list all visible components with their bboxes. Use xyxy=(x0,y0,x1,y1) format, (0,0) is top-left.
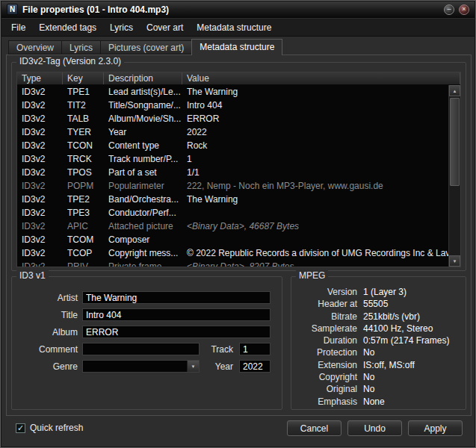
quick-refresh-checkbox[interactable]: ✓ xyxy=(16,423,25,433)
id3v1-groupbox: ID3 v1 Artist Title Album Comment Track xyxy=(11,276,282,410)
mpeg-label: Original xyxy=(291,383,363,395)
album-row: Album xyxy=(12,326,282,338)
id3v1-group-title: ID3 v1 xyxy=(16,270,49,281)
cell-type: ID3v2 xyxy=(17,233,63,246)
column-header-key[interactable]: Key xyxy=(63,72,104,84)
scrollbar-thumb[interactable] xyxy=(450,98,460,186)
genre-input[interactable] xyxy=(82,360,200,373)
cell-description: Band/Orchestra... xyxy=(104,193,182,206)
title-bar[interactable]: N File properties (01 - Intro 404.mp3) –… xyxy=(1,1,475,18)
mpeg-row-protection: ProtectionNo xyxy=(291,346,466,358)
scrollbar-track[interactable] xyxy=(449,96,460,255)
cell-value: <Binary Data>, 8207 Bytes xyxy=(182,260,460,267)
scroll-up-icon[interactable]: ▲ xyxy=(449,85,460,96)
cell-type: ID3v2 xyxy=(17,125,63,139)
undo-button[interactable]: Undo xyxy=(347,420,402,436)
mpeg-groupbox: MPEG Version1 (Layer 3)Header at55505Bit… xyxy=(291,276,466,410)
table-row-tit2[interactable]: ID3v2TIT2Title/Songname/...Intro 404 xyxy=(17,99,460,112)
cell-description: Track number/P... xyxy=(104,152,182,166)
album-input[interactable] xyxy=(82,326,271,338)
track-input[interactable] xyxy=(239,343,271,355)
genre-label: Genre xyxy=(12,361,82,372)
cell-value: © 2022 Republic Records a division of UM… xyxy=(182,246,460,260)
dropdown-arrow-icon[interactable]: ▼ xyxy=(187,361,199,372)
cancel-button[interactable]: Cancel xyxy=(287,420,341,436)
window-title: File properties (01 - Intro 404.mp3) xyxy=(22,4,439,15)
table-row-talb[interactable]: ID3v2TALBAlbum/Movie/Sh...ERROR xyxy=(17,112,460,125)
table-row-popm[interactable]: ID3v2POPMPopularimeter222, Nemp - Noch e… xyxy=(17,179,460,193)
cell-value: Rock xyxy=(182,139,460,152)
file-properties-window: N File properties (01 - Intro 404.mp3) –… xyxy=(0,0,476,448)
cell-key: TCOP xyxy=(63,246,104,260)
tab-overview[interactable]: Overview xyxy=(8,40,61,55)
cell-value: The Warning xyxy=(182,85,460,99)
cell-key: TIT2 xyxy=(63,99,104,112)
mpeg-group-title: MPEG xyxy=(296,270,328,281)
check-icon: ✓ xyxy=(17,424,24,432)
mpeg-info-list: Version1 (Layer 3)Header at55505Bitrate2… xyxy=(291,286,466,408)
table-row-tcop[interactable]: ID3v2TCOPCopyright mess...© 2022 Republi… xyxy=(17,246,460,260)
mpeg-value: 55505 xyxy=(363,298,466,310)
column-header-type[interactable]: Type xyxy=(17,72,63,84)
menu-item-lyrics[interactable]: Lyrics xyxy=(103,19,140,36)
cell-value: The Warning xyxy=(182,193,460,206)
cell-key: TRCK xyxy=(63,152,104,166)
cell-type: ID3v2 xyxy=(17,220,63,233)
cell-description: Year xyxy=(104,125,182,139)
mpeg-label: Samplerate xyxy=(291,323,363,335)
table-row-tpe3[interactable]: ID3v2TPE3Conductor/Perf... xyxy=(17,206,460,220)
menu-item-metadata-structure[interactable]: Metadata structure xyxy=(190,19,278,36)
table-row-tyer[interactable]: ID3v2TYERYear2022 xyxy=(17,125,460,139)
comment-input[interactable] xyxy=(82,343,200,355)
minimize-button[interactable]: – xyxy=(444,4,454,15)
column-header-value[interactable]: Value xyxy=(182,72,460,84)
mpeg-row-header-at: Header at55505 xyxy=(291,298,466,310)
mpeg-label: Header at xyxy=(291,298,363,310)
close-button[interactable]: × xyxy=(459,4,469,15)
cell-value: 1/1 xyxy=(182,166,460,179)
column-header-description[interactable]: Description xyxy=(104,72,182,84)
tab-metadata-structure[interactable]: Metadata structure xyxy=(191,39,282,55)
table-row-trck[interactable]: ID3v2TRCKTrack number/P...1 xyxy=(17,152,460,166)
tab-lyrics[interactable]: Lyrics xyxy=(61,40,100,55)
mpeg-value: 44100 Hz, Stereo xyxy=(363,323,466,335)
mpeg-row-extension: ExtensionIS:off, MS:off xyxy=(291,359,466,371)
cell-value xyxy=(182,233,460,246)
artist-row: Artist xyxy=(12,291,282,304)
genre-row: Genre ▼ Year xyxy=(12,360,282,373)
artist-input[interactable] xyxy=(82,291,271,304)
table-row-tcom[interactable]: ID3v2TCOMComposer xyxy=(17,233,460,246)
menu-item-extended-tags[interactable]: Extended tags xyxy=(32,19,103,36)
cell-value: 222, Nemp - Noch ein MP3-Player, www.gau… xyxy=(182,179,460,193)
track-label: Track xyxy=(200,344,239,355)
cell-key: TCOM xyxy=(63,233,104,246)
year-input[interactable] xyxy=(239,360,271,373)
menu-item-cover-art[interactable]: Cover art xyxy=(140,19,190,36)
cell-value: 1 xyxy=(182,152,460,166)
comment-row: Comment Track xyxy=(12,343,282,355)
quick-refresh-label: Quick refresh xyxy=(30,423,83,434)
cell-description: Copyright mess... xyxy=(104,246,182,260)
table-row-tcon[interactable]: ID3v2TCONContent typeRock xyxy=(17,139,460,152)
table-scrollbar[interactable]: ▲ ▼ xyxy=(448,85,460,267)
menu-item-file[interactable]: File xyxy=(4,19,32,36)
scroll-down-icon[interactable]: ▼ xyxy=(449,255,460,267)
cell-type: ID3v2 xyxy=(17,193,63,206)
tab-pictures-cover-art[interactable]: Pictures (cover art) xyxy=(100,40,191,55)
table-row-tpe2[interactable]: ID3v2TPE2Band/Orchestra...The Warning xyxy=(17,193,460,206)
title-input[interactable] xyxy=(82,308,271,321)
mpeg-value: No xyxy=(363,371,466,383)
table-row-tpe1[interactable]: ID3v2TPE1Lead artist(s)/Le...The Warning xyxy=(17,85,460,99)
table-row-tpos[interactable]: ID3v2TPOSPart of a set1/1 xyxy=(17,166,460,179)
mpeg-row-copyright: CopyrightNo xyxy=(291,371,466,383)
cell-key: TPE3 xyxy=(63,206,104,220)
cell-description: Title/Songname/... xyxy=(104,99,182,112)
table-row-priv[interactable]: ID3v2PRIVPrivate frame<Binary Data>, 820… xyxy=(17,260,460,267)
cell-value: ERROR xyxy=(182,112,460,125)
cell-description: Part of a set xyxy=(104,166,182,179)
genre-combobox[interactable]: ▼ xyxy=(82,360,200,373)
cell-description: Attached picture xyxy=(104,220,182,233)
table-row-apic[interactable]: ID3v2APICAttached picture<Binary Data>, … xyxy=(17,220,460,233)
apply-button[interactable]: Apply xyxy=(408,420,463,436)
cell-value xyxy=(182,206,460,220)
